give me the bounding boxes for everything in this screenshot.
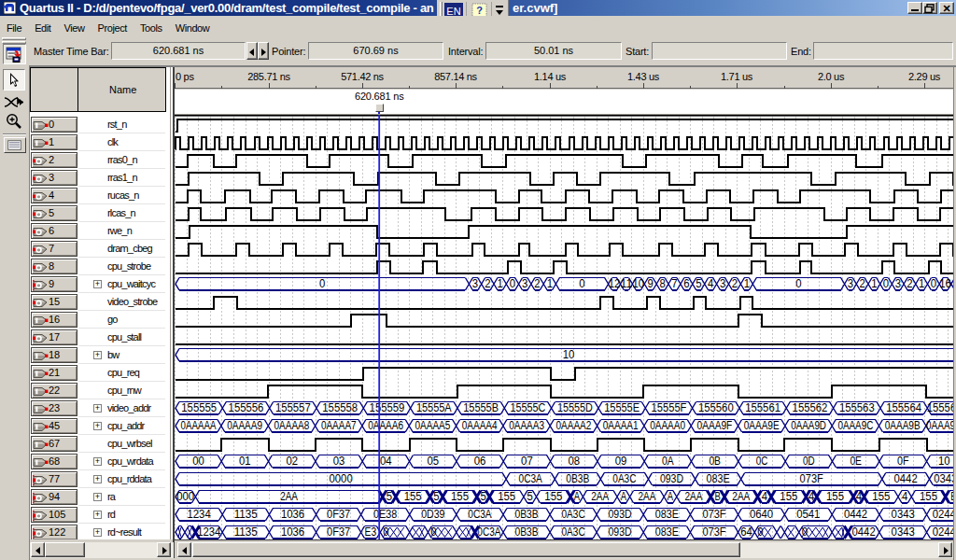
svg-text:1: 1: [497, 277, 502, 290]
svg-text:2: 2: [732, 277, 738, 290]
svg-text:1135: 1135: [234, 508, 258, 521]
svg-text:6: 6: [683, 277, 689, 290]
svg-text:3: 3: [522, 277, 527, 290]
svg-text:02: 02: [286, 455, 298, 468]
svg-text:0C3A: 0C3A: [468, 508, 492, 521]
svg-text:15555E: 15555E: [604, 401, 640, 414]
svg-text:155: 155: [780, 490, 797, 503]
svg-text:0640: 0640: [750, 508, 773, 521]
svg-text:A: A: [668, 490, 674, 503]
svg-text:0000: 0000: [330, 472, 353, 485]
svg-text:093D: 093D: [609, 525, 632, 539]
svg-text:2: 2: [534, 277, 540, 290]
svg-text:0: 0: [883, 277, 889, 290]
svg-text:0: 0: [757, 525, 763, 539]
svg-text:0A: 0A: [662, 455, 674, 468]
svg-text:2: 2: [859, 277, 865, 290]
svg-text:B: B: [714, 490, 720, 503]
svg-text:2: 2: [485, 277, 490, 290]
svg-text:10: 10: [633, 277, 645, 290]
svg-text:15555B: 15555B: [463, 401, 499, 414]
svg-text:4: 4: [856, 490, 862, 503]
svg-text:4: 4: [708, 277, 713, 290]
svg-text:155561: 155561: [745, 401, 780, 414]
svg-text:0: 0: [579, 277, 584, 290]
svg-text:00: 00: [192, 455, 204, 468]
svg-text:5: 5: [696, 277, 701, 290]
svg-text:12: 12: [609, 277, 621, 290]
svg-text:2AA: 2AA: [638, 490, 655, 503]
svg-text:155558: 155558: [322, 401, 358, 414]
svg-text:15555D: 15555D: [557, 401, 593, 414]
svg-text:0AAAA1: 0AAAA1: [603, 419, 639, 432]
svg-text:2AA: 2AA: [280, 490, 298, 503]
svg-text:?: ?: [476, 5, 483, 16]
svg-text:15555C: 15555C: [511, 401, 546, 414]
svg-text:1234: 1234: [188, 508, 211, 521]
svg-text:155565: 155565: [927, 401, 953, 414]
svg-text:16: 16: [939, 277, 951, 290]
svg-text:155562: 155562: [793, 401, 828, 414]
svg-text:0F37: 0F37: [327, 525, 350, 539]
svg-text:0343: 0343: [892, 525, 915, 539]
svg-text:11: 11: [621, 277, 633, 290]
svg-text:15555F: 15555F: [652, 401, 687, 414]
svg-text:0: 0: [931, 277, 936, 290]
svg-text:1: 1: [744, 277, 750, 290]
svg-text:0F37: 0F37: [327, 508, 350, 521]
svg-text:5: 5: [527, 490, 533, 503]
svg-text:0AAAA3: 0AAAA3: [509, 419, 544, 432]
svg-text:2AA: 2AA: [685, 490, 703, 503]
svg-text:093D: 093D: [609, 508, 632, 521]
svg-text:15555A: 15555A: [416, 401, 452, 414]
svg-text:0: 0: [510, 277, 515, 290]
svg-text:155560: 155560: [698, 401, 734, 414]
svg-text:155: 155: [404, 490, 422, 503]
svg-text:9: 9: [648, 277, 654, 290]
svg-text:1036: 1036: [281, 525, 304, 539]
svg-text:3: 3: [895, 277, 901, 290]
svg-text:0AAAA9: 0AAAA9: [227, 419, 262, 432]
svg-text:155564: 155564: [886, 401, 921, 414]
svg-text:155: 155: [826, 490, 844, 503]
svg-text:0F: 0F: [897, 455, 909, 468]
svg-text:1234: 1234: [197, 525, 220, 539]
svg-text:04: 04: [380, 455, 392, 468]
svg-text:03: 03: [333, 455, 345, 468]
svg-text:0343: 0343: [934, 472, 953, 485]
svg-text:2AA: 2AA: [732, 490, 750, 503]
svg-text:5: 5: [387, 490, 392, 503]
svg-text:0: 0: [802, 525, 808, 539]
svg-text:093D: 093D: [660, 472, 683, 485]
svg-text:0D: 0D: [803, 455, 815, 468]
svg-text:0B3B: 0B3B: [566, 472, 589, 485]
svg-text:0: 0: [430, 525, 436, 539]
svg-text:5: 5: [480, 490, 485, 503]
svg-text:1036: 1036: [281, 508, 304, 521]
svg-text:0: 0: [795, 277, 801, 290]
svg-text:0AAAA2: 0AAAA2: [556, 419, 592, 432]
svg-text:1: 1: [919, 277, 924, 290]
svg-text:3: 3: [472, 277, 478, 290]
svg-text:4: 4: [808, 490, 814, 503]
svg-text:155556: 155556: [229, 401, 264, 414]
svg-text:4: 4: [762, 490, 767, 503]
svg-text:8: 8: [659, 277, 665, 290]
svg-text:073F: 073F: [800, 472, 824, 485]
svg-text:155557: 155557: [275, 401, 311, 414]
svg-text:09: 09: [615, 455, 627, 468]
svg-text:155559: 155559: [370, 401, 405, 414]
svg-text:0442: 0442: [894, 472, 918, 485]
svg-text:0AAA9B: 0AAA9B: [885, 419, 921, 432]
svg-text:0442: 0442: [844, 508, 867, 521]
svg-text:0541: 0541: [796, 508, 820, 521]
svg-text:0343: 0343: [892, 508, 915, 521]
svg-text:1: 1: [547, 277, 553, 290]
svg-text:06: 06: [474, 455, 486, 468]
svg-text:073F: 073F: [702, 508, 726, 521]
svg-text:000: 000: [176, 490, 194, 503]
svg-text:0AAAA8: 0AAAA8: [274, 419, 310, 432]
svg-text:083E: 083E: [655, 525, 679, 539]
svg-text:0AAAA5: 0AAAA5: [415, 419, 451, 432]
svg-text:0C: 0C: [756, 455, 768, 468]
